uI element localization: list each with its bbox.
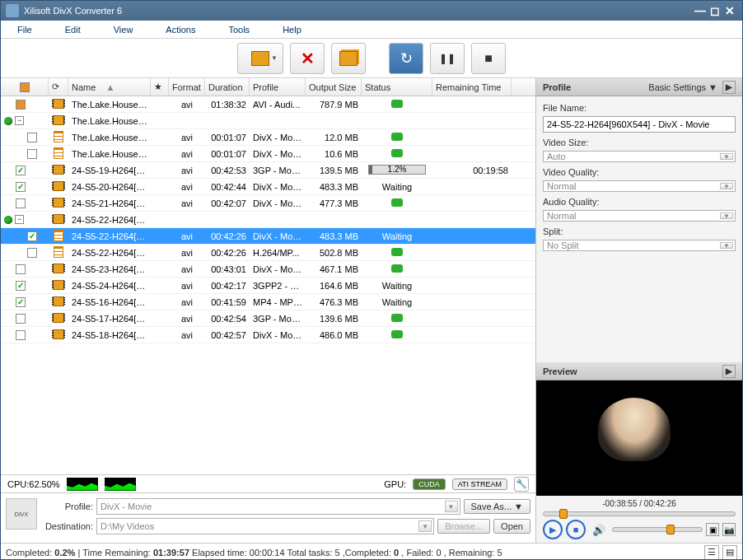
menu-file[interactable]: File bbox=[17, 25, 32, 35]
row-checkbox[interactable] bbox=[27, 231, 37, 241]
ready-status-icon bbox=[391, 133, 403, 141]
browse-button[interactable]: Browse... bbox=[437, 519, 490, 534]
chevron-down-icon[interactable]: ▼ bbox=[720, 183, 733, 189]
audioquality-combo[interactable]: Normal▼ bbox=[543, 210, 736, 222]
row-checkbox[interactable] bbox=[16, 182, 26, 192]
open-button[interactable]: Open bbox=[493, 519, 530, 534]
row-checkbox[interactable] bbox=[16, 166, 26, 175]
status-list-button[interactable]: ☰ bbox=[704, 545, 719, 560]
chevron-down-icon[interactable]: ▼ bbox=[720, 212, 733, 219]
film-icon bbox=[53, 198, 64, 208]
minimize-button[interactable]: — bbox=[693, 4, 708, 17]
ready-status-icon bbox=[391, 314, 403, 322]
table-header[interactable]: ⟳ Name ▲ ★ Format Duration Profile Outpu… bbox=[1, 78, 535, 96]
table-row[interactable]: 24-S5-22-H264[9...avi00:42:26H.264/MP...… bbox=[1, 245, 535, 261]
videoquality-combo[interactable]: Normal▼ bbox=[543, 180, 736, 192]
col-output-size[interactable]: Output Size bbox=[306, 78, 362, 96]
collapse-toggle[interactable]: − bbox=[15, 215, 24, 224]
save-as-button[interactable]: Save As... ▼ bbox=[464, 499, 530, 514]
gpu-settings-button[interactable]: 🔧 bbox=[514, 477, 529, 492]
table-row[interactable]: 24-S5-22-H264[9...avi00:42:26DivX - Movi… bbox=[1, 228, 535, 245]
seek-slider[interactable] bbox=[543, 511, 736, 516]
table-row[interactable]: 24-S5-23-H264[9...avi00:43:01DivX - Movi… bbox=[1, 261, 535, 278]
chevron-down-icon[interactable]: ▼ bbox=[418, 520, 432, 532]
col-duration[interactable]: Duration bbox=[205, 78, 250, 96]
row-checkbox[interactable] bbox=[16, 314, 26, 324]
ati-badge: ATI STREAM bbox=[452, 478, 507, 490]
destination-combo[interactable]: D:\My Videos▼ bbox=[96, 518, 434, 534]
preview-collapse-button[interactable]: ▶ bbox=[722, 365, 736, 378]
film-icon bbox=[53, 99, 64, 109]
maximize-button[interactable]: ◻ bbox=[708, 4, 722, 17]
delete-button[interactable] bbox=[290, 43, 325, 74]
col-star[interactable]: ★ bbox=[151, 78, 169, 96]
col-format[interactable]: Format bbox=[169, 78, 205, 96]
stop-preview-button[interactable]: ■ bbox=[566, 520, 586, 539]
table-row[interactable]: The.Lake.House....avi00:01:07DivX - Movi… bbox=[1, 146, 535, 162]
collapse-toggle[interactable]: − bbox=[15, 116, 24, 125]
filename-input[interactable]: 24-S5-22-H264[960X544] - DivX - Movie bbox=[543, 116, 736, 133]
table-row[interactable]: 24-S5-19-H264[9...avi00:42:533GP - Mobi.… bbox=[1, 162, 535, 179]
col-status[interactable]: Status bbox=[362, 78, 432, 96]
row-checkbox[interactable] bbox=[27, 133, 37, 142]
videosize-label: Video Size: bbox=[543, 138, 736, 147]
row-checkbox[interactable] bbox=[16, 297, 26, 307]
row-checkbox[interactable] bbox=[16, 330, 26, 340]
table-row[interactable]: 24-S5-17-H264[9...avi00:42:543GP - Mobi.… bbox=[1, 310, 535, 327]
row-checkbox[interactable] bbox=[27, 248, 37, 258]
table-row[interactable]: −The.Lake.House.... bbox=[1, 113, 535, 129]
menu-view[interactable]: View bbox=[114, 25, 133, 35]
table-row[interactable]: The.Lake.House....avi01:38:32AVI - Audi.… bbox=[1, 96, 535, 113]
menu-actions[interactable]: Actions bbox=[166, 25, 195, 35]
basic-settings-link[interactable]: Basic Settings ▼ bbox=[648, 82, 717, 92]
header-selectall-checkbox[interactable] bbox=[20, 82, 30, 92]
chevron-down-icon[interactable]: ▼ bbox=[720, 242, 733, 249]
col-name[interactable]: Name ▲ bbox=[68, 78, 151, 96]
panel-collapse-button[interactable]: ▶ bbox=[722, 81, 736, 94]
profile-combo[interactable]: DivX - Movie▼ bbox=[96, 498, 460, 515]
table-row[interactable]: −24-S5-22-H264[9... bbox=[1, 212, 535, 228]
preview-video[interactable] bbox=[536, 380, 742, 496]
volume-slider[interactable] bbox=[612, 527, 703, 532]
film-icon bbox=[53, 264, 64, 273]
close-button[interactable]: ✕ bbox=[722, 4, 737, 17]
menu-help[interactable]: Help bbox=[283, 25, 301, 35]
pause-button[interactable] bbox=[430, 43, 465, 74]
chevron-down-icon[interactable]: ▼ bbox=[720, 153, 733, 160]
row-checkbox[interactable] bbox=[16, 198, 26, 208]
table-row[interactable]: 24-S5-20-H264[9...avi00:42:44DivX - Movi… bbox=[1, 179, 535, 195]
videosize-combo[interactable]: Auto▼ bbox=[543, 151, 736, 162]
convert-button[interactable] bbox=[389, 43, 423, 74]
table-row[interactable]: 24-S5-18-H264[9...avi00:42:57DivX - Movi… bbox=[1, 327, 535, 343]
row-checkbox[interactable] bbox=[16, 100, 26, 110]
film-icon bbox=[53, 214, 64, 224]
stop-button[interactable] bbox=[471, 43, 506, 74]
table-row[interactable]: 24-S5-16-H264[9...avi00:41:59MP4 - MPE..… bbox=[1, 294, 535, 310]
refresh-icon: ⟳ bbox=[52, 82, 59, 92]
volume-icon[interactable]: 🔊 bbox=[592, 524, 605, 536]
add-profile-button[interactable] bbox=[331, 43, 366, 74]
play-button[interactable]: ▶ bbox=[543, 520, 563, 539]
status-log-button[interactable]: ▤ bbox=[722, 545, 737, 560]
cpu-graph-2 bbox=[105, 478, 136, 491]
film-icon bbox=[53, 115, 64, 125]
chevron-down-icon[interactable]: ▼ bbox=[445, 501, 458, 512]
crop-button[interactable]: ▣ bbox=[706, 523, 719, 536]
table-row[interactable]: 24-S5-21-H264[9...avi00:42:07DivX - Movi… bbox=[1, 195, 535, 212]
row-checkbox[interactable] bbox=[16, 281, 26, 291]
ready-status-icon bbox=[391, 149, 403, 157]
row-checkbox[interactable] bbox=[27, 149, 37, 159]
split-combo[interactable]: No Split▼ bbox=[543, 240, 736, 251]
col-profile[interactable]: Profile bbox=[250, 78, 306, 96]
menu-edit[interactable]: Edit bbox=[65, 25, 81, 35]
table-row[interactable]: The.Lake.House....avi00:01:07DivX - Movi… bbox=[1, 129, 535, 146]
menu-tools[interactable]: Tools bbox=[228, 25, 250, 35]
row-checkbox[interactable] bbox=[16, 264, 26, 274]
profile-panel-title: Profile bbox=[543, 82, 571, 92]
film-icon bbox=[53, 329, 64, 339]
add-file-button[interactable] bbox=[237, 43, 283, 74]
cuda-badge: CUDA bbox=[413, 478, 446, 490]
col-remaining[interactable]: Remaining Time bbox=[432, 78, 512, 96]
table-row[interactable]: 24-S5-24-H264[9...avi00:42:173GPP2 - M..… bbox=[1, 278, 535, 294]
snapshot-button[interactable]: 📷 bbox=[722, 523, 736, 536]
